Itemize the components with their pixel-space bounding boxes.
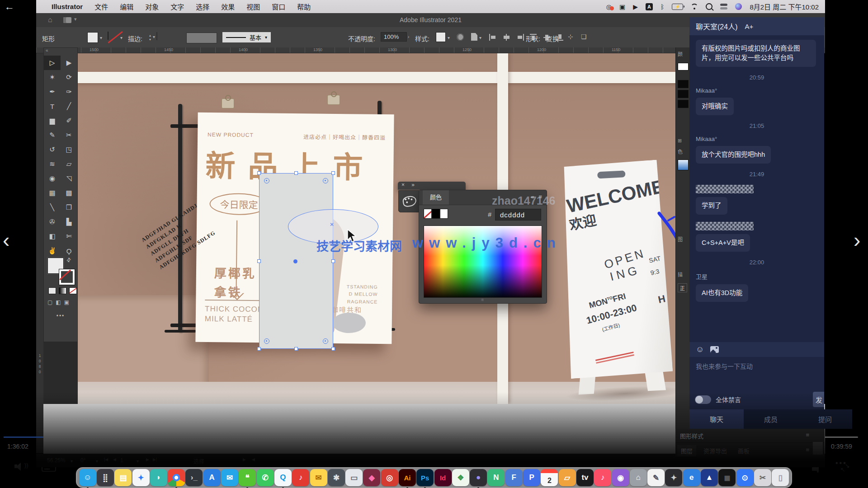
- stroke-swatch[interactable]: [59, 269, 75, 285]
- menu-item[interactable]: 帮助: [297, 2, 311, 11]
- tab-color[interactable]: 颜色: [423, 190, 449, 205]
- width-tool[interactable]: ≋: [44, 157, 61, 171]
- screen-mode-fullscreen[interactable]: ▣: [64, 299, 69, 305]
- zoom-chevron-icon[interactable]: ▾: [71, 459, 73, 464]
- magic-wand-tool[interactable]: ✶: [44, 70, 61, 84]
- image-icon[interactable]: [710, 346, 719, 353]
- dock-appstore[interactable]: A: [203, 469, 221, 486]
- dock-qq[interactable]: Q: [274, 469, 292, 486]
- panel-menu-icon[interactable]: ≡: [538, 193, 542, 200]
- panel-menu-icon[interactable]: ≡: [806, 446, 809, 453]
- next-video-button[interactable]: ›: [854, 230, 860, 250]
- selection-handle[interactable]: [257, 171, 261, 175]
- perspective-grid-tool[interactable]: ◹: [61, 171, 77, 186]
- dock-app-green[interactable]: ❖: [452, 469, 469, 486]
- menu-item[interactable]: 对象: [145, 2, 159, 11]
- arrange-icon[interactable]: ❏: [581, 33, 587, 40]
- back-button[interactable]: ←: [5, 1, 14, 13]
- menu-item[interactable]: 文字: [170, 2, 184, 11]
- color-mode-none[interactable]: [69, 287, 77, 294]
- graph-tool[interactable]: ▙: [61, 215, 77, 229]
- menu-item[interactable]: 选择: [196, 2, 209, 11]
- panel-collapse-icon[interactable]: «: [531, 193, 534, 200]
- dock-apple-tv[interactable]: tv: [576, 469, 594, 486]
- zoom-tool[interactable]: Ϙ: [61, 244, 77, 258]
- menu-item[interactable]: 窗口: [272, 2, 285, 11]
- dock-safari[interactable]: ✦: [132, 469, 150, 486]
- dock-app-p[interactable]: P: [523, 469, 540, 486]
- symbol-sprayer-tool[interactable]: ✇: [44, 215, 61, 229]
- dock-app-black[interactable]: ◼: [718, 469, 736, 486]
- tab-layers[interactable]: 图层: [677, 445, 696, 456]
- stroke-color-swatch[interactable]: [108, 32, 108, 40]
- zoom-level[interactable]: 56.25%: [47, 457, 66, 464]
- status-bwd-icon[interactable]: ◀: [252, 457, 255, 462]
- font-size-button[interactable]: A+: [745, 23, 753, 30]
- prev-video-button[interactable]: ‹: [3, 230, 9, 250]
- pencil-tool[interactable]: ✎: [44, 128, 61, 142]
- siri-icon[interactable]: [735, 3, 742, 10]
- control-center-icon[interactable]: [720, 4, 727, 9]
- dock-app-teal[interactable]: ◗: [150, 469, 167, 486]
- artboard-tool[interactable]: ◧: [44, 229, 61, 244]
- menu-item[interactable]: 效果: [221, 2, 235, 11]
- align-left-icon[interactable]: [489, 34, 497, 41]
- dock-chrome[interactable]: [168, 469, 185, 486]
- selection-handle[interactable]: [331, 347, 335, 351]
- color-mode-gradient[interactable]: [59, 287, 66, 294]
- rotate-tool[interactable]: ↺: [44, 142, 61, 157]
- line-segment-tool[interactable]: ╱: [61, 99, 77, 113]
- dock-photoshop[interactable]: Ps: [416, 469, 434, 486]
- color-mode-color[interactable]: [48, 287, 56, 294]
- dock-mail[interactable]: ✉: [221, 469, 238, 486]
- artboard-number[interactable]: 1: [120, 457, 123, 464]
- tab-asset-export[interactable]: 资源导出: [703, 446, 727, 455]
- selection-tool[interactable]: ▶: [61, 56, 77, 70]
- dock-cinema4d[interactable]: ●: [470, 469, 487, 486]
- mesh-tool[interactable]: ▦: [44, 186, 61, 200]
- screen-record-icon[interactable]: ◎: [606, 4, 612, 10]
- last-artboard-icon[interactable]: ▶|: [153, 457, 157, 462]
- menubar-clock[interactable]: 8月2日 周二 下午10:02: [750, 2, 819, 11]
- stroke-stepper[interactable]: ▴▾: [149, 34, 151, 42]
- align-right-icon[interactable]: [516, 34, 524, 41]
- tab-chat[interactable]: 聊天: [689, 409, 744, 429]
- dock-trash[interactable]: ▯: [772, 469, 789, 486]
- type-tool[interactable]: T: [44, 99, 61, 113]
- bluetooth-icon[interactable]: ᛒ: [660, 4, 664, 10]
- document-icon[interactable]: [471, 33, 477, 41]
- panel-blue-thumbnail[interactable]: [678, 160, 689, 170]
- corner-radius-widget[interactable]: [264, 338, 269, 344]
- emoji-icon[interactable]: ☺: [696, 345, 704, 354]
- panel-resize-grip[interactable]: ≡: [481, 297, 485, 302]
- dock-app-home[interactable]: ⌂: [630, 469, 647, 486]
- scale-tool[interactable]: ◳: [61, 142, 77, 157]
- selection-handle[interactable]: [257, 347, 261, 351]
- volume-icon[interactable]: )): [14, 462, 30, 471]
- dock-app-orange[interactable]: ▱: [559, 469, 576, 486]
- fill-chevron-icon[interactable]: ▾: [100, 35, 102, 40]
- dock-launchpad[interactable]: ⣿: [97, 469, 114, 486]
- toolbox-more-icon[interactable]: •••: [44, 313, 77, 319]
- corner-radius-widget[interactable]: [264, 178, 269, 183]
- prev-artboard-icon[interactable]: ◀: [113, 457, 116, 462]
- fill-color-swatch[interactable]: [87, 32, 98, 43]
- dock-illustrator[interactable]: Ai: [399, 469, 416, 486]
- dock-podcasts[interactable]: ◉: [612, 469, 629, 486]
- panel-menu-icon[interactable]: ≡: [806, 432, 809, 438]
- dock-netease-music[interactable]: ♪: [292, 469, 309, 486]
- stroke-chevron-icon[interactable]: ▾: [120, 35, 123, 40]
- document-chevron-icon[interactable]: ▾: [479, 35, 481, 40]
- dock-calendar[interactable]: 2: [541, 469, 558, 486]
- rotation-chevron-icon[interactable]: ▾: [96, 459, 98, 464]
- center-anchor-dot[interactable]: [293, 259, 297, 263]
- dock-app-maroon[interactable]: ◆: [363, 469, 380, 486]
- dock-app-dark[interactable]: ✦: [665, 469, 682, 486]
- screen-mode-normal[interactable]: ▢: [47, 299, 52, 305]
- hex-value-field[interactable]: dcdddd: [495, 209, 541, 221]
- status-fwd-icon[interactable]: ▶: [243, 457, 246, 462]
- style-swatch[interactable]: [436, 32, 446, 42]
- selection-handle[interactable]: [294, 171, 298, 175]
- selection-handle[interactable]: [331, 171, 335, 175]
- panel-expand-icon[interactable]: »: [411, 182, 415, 188]
